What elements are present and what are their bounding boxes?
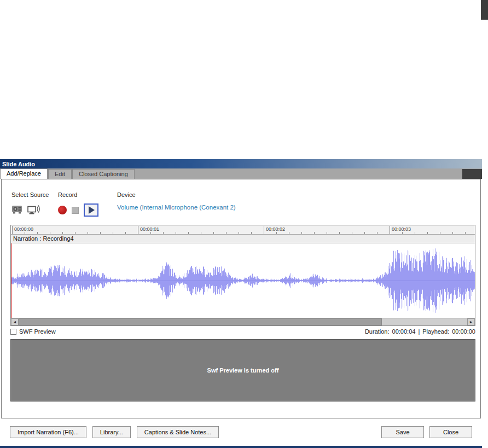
scrollbar-track[interactable] — [19, 318, 467, 325]
waveform-area[interactable] — [11, 243, 475, 318]
record-button[interactable] — [58, 206, 67, 214]
tab-bar: Add/Replace Edit Closed Captioning — [0, 168, 482, 179]
dialog-content: Select Source — [1, 179, 481, 418]
swf-preview-panel: Swf Preview is turned off — [10, 339, 475, 402]
tab-edit[interactable]: Edit — [48, 169, 72, 179]
record-icon — [58, 206, 67, 214]
swf-preview-checkbox[interactable] — [10, 329, 16, 335]
play-button[interactable] — [84, 203, 98, 217]
tab-bar-end-cap — [462, 169, 482, 179]
scroll-left-button[interactable]: ◄ — [11, 318, 19, 325]
ruler-tick-label: 00:00:02 — [264, 226, 285, 234]
stop-icon — [72, 207, 79, 214]
select-source-group: Select Source — [11, 191, 58, 217]
duration-value: 00:00:04 — [392, 328, 416, 335]
swf-preview-message: Swf Preview is turned off — [207, 367, 279, 374]
swf-preview-toggle[interactable]: SWF Preview — [10, 328, 56, 335]
playhead-line[interactable] — [11, 243, 12, 318]
dialog-footer: Import Narration (F6)... Library... Capt… — [0, 426, 482, 438]
save-button[interactable]: Save — [381, 426, 424, 438]
tab-add-replace[interactable]: Add/Replace — [0, 168, 48, 179]
close-button[interactable]: Close — [429, 426, 472, 438]
timeline-scrollbar[interactable]: ◄ ► — [11, 318, 475, 325]
scroll-left-icon: ◄ — [13, 320, 17, 324]
timeline-ruler[interactable]: 00:00:0000:00:0100:00:0200:00:03 — [11, 225, 475, 235]
record-group: Record — [58, 191, 117, 217]
screen: Slide Audio Add/Replace Edit Closed Capt… — [0, 0, 488, 448]
duration-playhead-readout: Duration: 00:00:04 | Playhead: 00:00:00 — [365, 328, 475, 335]
window-edge-fragment — [481, 0, 488, 20]
record-label: Record — [58, 191, 117, 198]
system-audio-source-button[interactable] — [27, 204, 40, 217]
monitor-speaker-icon — [27, 204, 40, 217]
device-label: Device — [117, 191, 236, 198]
playhead-value: 00:00:00 — [452, 328, 475, 335]
ruler-tick-label: 00:00:00 — [12, 226, 33, 234]
dialog-bottom-edge — [0, 446, 482, 448]
playhead-label: Playhead: — [422, 328, 449, 335]
controls-row: Select Source — [2, 179, 480, 217]
device-group: Device Volume (Internal Microphone (Cone… — [117, 191, 236, 217]
audio-recorder-source-button[interactable] — [11, 204, 22, 216]
status-row: SWF Preview Duration: 00:00:04 | Playhea… — [10, 328, 475, 335]
footer-right-buttons: Save Close — [381, 426, 472, 438]
dialog-title: Slide Audio — [2, 161, 35, 167]
waveform-canvas[interactable] — [11, 243, 475, 318]
recorder-icon — [11, 204, 22, 216]
ruler-tick-label: 00:00:03 — [390, 226, 411, 234]
scrollbar-thumb[interactable] — [19, 318, 382, 325]
stop-button[interactable] — [72, 207, 79, 214]
play-icon — [89, 206, 95, 214]
ruler-tick-label: 00:00:01 — [138, 226, 159, 234]
track-label: Narration : Recording4 — [11, 235, 475, 243]
import-narration-button[interactable]: Import Narration (F6)... — [10, 426, 86, 438]
footer-left-buttons: Import Narration (F6)... Library... Capt… — [10, 426, 219, 438]
dialog-titlebar[interactable]: Slide Audio — [0, 159, 482, 168]
scroll-right-button[interactable]: ► — [467, 318, 475, 325]
scroll-right-icon: ► — [469, 320, 473, 324]
audio-timeline: 00:00:0000:00:0100:00:0200:00:03 Narrati… — [10, 225, 475, 326]
tab-closed-captioning[interactable]: Closed Captioning — [72, 169, 135, 179]
duration-label: Duration: — [365, 328, 390, 335]
slide-audio-dialog: Slide Audio Add/Replace Edit Closed Capt… — [0, 159, 482, 448]
select-source-label: Select Source — [11, 191, 58, 198]
library-button[interactable]: Library... — [92, 426, 131, 438]
captions-slide-notes-button[interactable]: Captions & Slide Notes... — [137, 426, 219, 438]
swf-preview-label: SWF Preview — [19, 328, 56, 335]
readout-divider: | — [418, 328, 420, 335]
device-volume-link[interactable]: Volume (Internal Microphone (Conexant 2) — [117, 203, 236, 212]
